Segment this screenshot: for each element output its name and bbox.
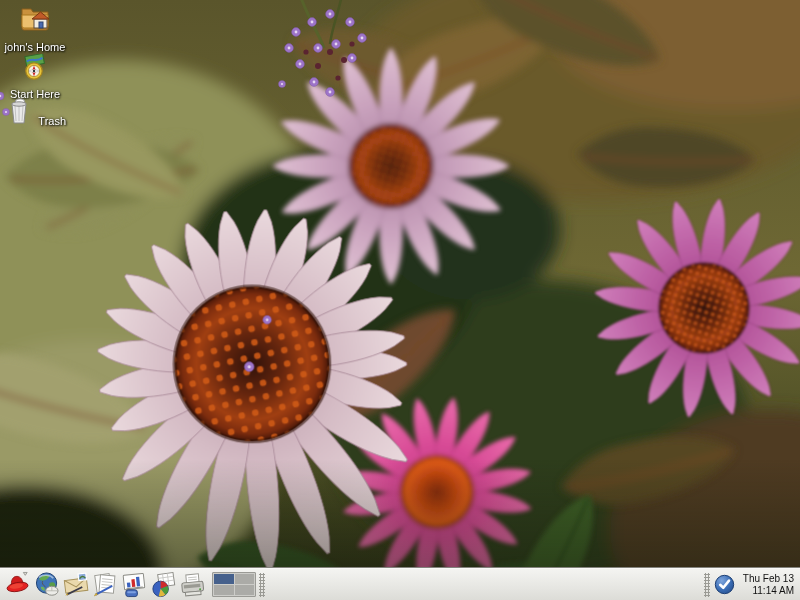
email-launcher[interactable]: [62, 570, 91, 600]
home-folder-icon: [19, 3, 51, 33]
update-check-icon: [714, 574, 735, 595]
desktop-icon-label: Trash: [38, 115, 66, 127]
spreadsheet-pie-chart-icon: [150, 571, 177, 599]
coneflower-top: [273, 48, 508, 283]
update-alert-button[interactable]: [713, 573, 737, 597]
clock-date: Thu Feb 13: [743, 573, 794, 585]
red-hat-menu-icon: [5, 571, 32, 599]
word-processor-launcher[interactable]: [91, 570, 120, 600]
main-menu-button[interactable]: [4, 570, 33, 600]
printer-icon: [179, 571, 206, 599]
workspace-2[interactable]: [235, 574, 255, 584]
desktop-icon-start-here[interactable]: Start Here: [2, 54, 68, 102]
wallpaper-photo: [0, 0, 800, 600]
clock-time: 11:14 AM: [743, 585, 794, 597]
print-manager-launcher[interactable]: [178, 570, 207, 600]
web-browser-globe-icon: [34, 571, 61, 599]
web-browser-launcher[interactable]: [33, 570, 62, 600]
workspace-1[interactable]: [214, 574, 234, 584]
desktop-icon-label: john's Home: [5, 41, 66, 53]
taskbar-panel: Thu Feb 13 11:14 AM: [0, 568, 800, 600]
workspace-switcher[interactable]: [212, 572, 256, 597]
presentation-launcher[interactable]: [120, 570, 149, 600]
email-envelope-icon: [63, 571, 90, 599]
desktop-icon-trash[interactable]: Trash: [2, 98, 68, 129]
word-processor-icon: [92, 571, 119, 599]
presentation-chart-icon: [121, 571, 148, 599]
spreadsheet-launcher[interactable]: [149, 570, 178, 600]
desktop-icon-home[interactable]: john's Home: [2, 3, 68, 55]
trash-can-icon: [4, 98, 34, 125]
panel-clock[interactable]: Thu Feb 13 11:14 AM: [737, 573, 797, 596]
panel-drag-handle[interactable]: [259, 573, 265, 597]
notification-area-handle[interactable]: [704, 573, 710, 597]
workspace-4[interactable]: [235, 585, 255, 595]
workspace-3[interactable]: [214, 585, 234, 595]
start-here-compass-icon: [20, 54, 50, 80]
